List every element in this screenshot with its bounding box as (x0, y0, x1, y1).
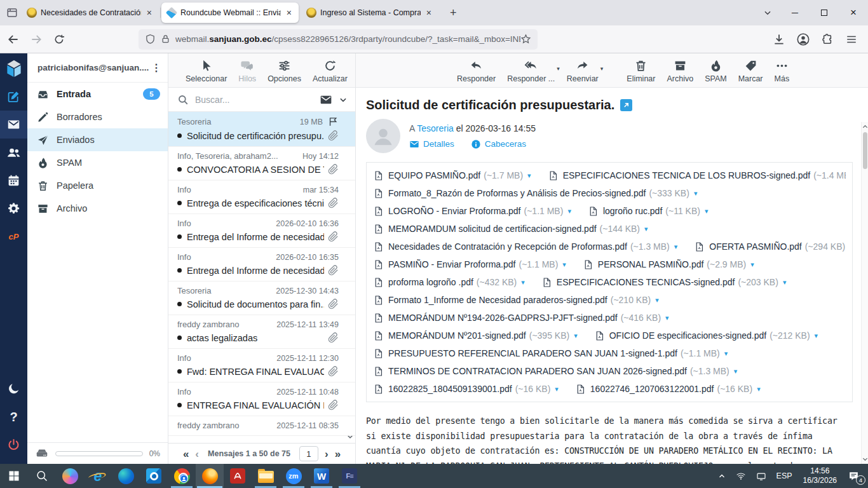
browser-tab-3[interactable]: Ingreso al Sistema - Compras P × (301, 3, 438, 23)
taskbar-outlook[interactable] (140, 464, 168, 488)
tray-show-hidden-chevron-icon[interactable] (714, 464, 730, 488)
tab-list-chevron-icon[interactable] (755, 0, 780, 25)
taskbar-fes-app[interactable]: F≡ (336, 464, 363, 488)
content-scrollbar[interactable] (861, 122, 868, 464)
attachment[interactable]: OFERTA PASMIÑO.pdf(~294 KB)▾ (694, 241, 846, 252)
first-page-button[interactable]: « (183, 449, 189, 459)
spam-button[interactable]: SPAM (699, 59, 733, 83)
extensions-puzzle-icon[interactable] (817, 29, 837, 50)
language-indicator[interactable]: ESP (772, 464, 797, 488)
tab-close-icon[interactable]: × (285, 8, 294, 18)
attachment-menu-caret[interactable]: ▾ (574, 332, 578, 340)
tab-close-icon[interactable]: × (424, 8, 433, 18)
taskbar-word[interactable]: W (308, 464, 336, 488)
attachment-menu-caret[interactable]: ▾ (674, 243, 678, 251)
account-menu-kebab-icon[interactable]: ⋮ (151, 62, 161, 74)
threads-button[interactable]: Hilos (233, 59, 262, 83)
browser-tab-2-active[interactable]: Roundcube Webmail :: Enviados × (161, 3, 299, 23)
message-row[interactable]: Info2025-12-11 10:48ENTREGA FINAL EVALUA… (168, 383, 355, 416)
dark-mode-moon-icon[interactable] (0, 375, 27, 403)
search-options-chevron-icon[interactable] (339, 95, 348, 104)
taskbar-copilot[interactable] (56, 464, 84, 488)
attachment-menu-caret[interactable]: ▾ (521, 278, 525, 287)
forward-button[interactable] (27, 30, 46, 49)
taskbar-firefox[interactable] (196, 464, 224, 488)
logout-power-icon[interactable] (0, 431, 27, 459)
forward-button[interactable]: Reenviar (561, 59, 604, 83)
folder-archive[interactable]: Archivo (27, 197, 168, 220)
taskbar-acrobat[interactable] (224, 464, 252, 488)
recipient-link[interactable]: Tesoreria (417, 123, 454, 133)
attachment-menu-caret[interactable]: ▾ (655, 296, 659, 304)
attachment[interactable]: MEMORÁNDUM Nº194-2026-GADPRSJ-PJFT-signe… (373, 313, 669, 323)
attachment-menu-caret[interactable]: ▾ (815, 332, 818, 340)
attachment[interactable]: LOGROÑO - Enviar Proforma.pdf(~1.1 MB)▾ (373, 206, 571, 217)
attachment[interactable]: 16022746_1207063122001.pdf(~16 KB)▾ (575, 384, 761, 395)
next-page-button[interactable]: › (325, 449, 329, 459)
browser-tab-1[interactable]: Necesidades de Contratación y × (22, 3, 159, 23)
menu-hamburger-icon[interactable] (841, 29, 862, 50)
message-row[interactable]: Infomar 15:34Entrega de especificaciones… (168, 180, 355, 214)
attachment-menu-caret[interactable]: ▾ (694, 189, 698, 198)
folder-sent[interactable]: Enviados (27, 128, 168, 151)
shield-icon[interactable] (145, 34, 156, 44)
attachment[interactable]: Formato 1_Informe de Necesidad paraderos… (373, 295, 659, 306)
search-scope-envelope-icon[interactable] (320, 93, 332, 106)
message-row[interactable]: freddy zambrano2025-12-11 13:49actas leg… (168, 315, 355, 349)
attachment[interactable]: Formato_8_Razón de Proformas y Análisis … (373, 188, 697, 199)
open-in-new-window-icon[interactable] (620, 99, 632, 111)
attachment[interactable]: proforma logroño .pdf(~432 KB)▾ (373, 277, 525, 288)
attachment-menu-caret[interactable]: ▾ (724, 349, 728, 358)
page-number-input[interactable]: 1 (299, 446, 318, 461)
new-tab-button[interactable]: + (445, 5, 462, 21)
attachment-menu-caret[interactable]: ▾ (734, 367, 738, 376)
prev-page-button[interactable]: ‹ (195, 449, 199, 459)
options-button[interactable]: Opciones (262, 59, 307, 83)
downloads-icon[interactable] (769, 29, 789, 50)
contacts-nav-icon[interactable] (0, 139, 27, 166)
window-close-button[interactable]: × (839, 0, 868, 25)
account-header[interactable]: patriciabonifas@sanjuan.... ⋮ (27, 53, 168, 83)
taskbar-clock[interactable]: 14:56 16/3/2026 (798, 466, 842, 485)
attachment[interactable]: ESPECIFICACIONES TECNICAS-signed.pdf(~20… (541, 277, 787, 288)
attachment-menu-caret[interactable]: ▾ (567, 207, 571, 215)
window-restore-button[interactable] (810, 0, 839, 25)
taskbar-internet-explorer[interactable]: e (84, 464, 112, 488)
message-row[interactable]: freddy zambrano2025-12-11 08:35 (168, 416, 355, 436)
taskbar-zoom[interactable]: zm (280, 464, 308, 488)
last-page-button[interactable]: » (335, 449, 341, 459)
taskbar-search[interactable] (28, 464, 56, 488)
attachment-menu-caret[interactable]: ▾ (665, 314, 669, 322)
attachment-menu-caret[interactable]: ▾ (705, 207, 709, 215)
cpanel-icon[interactable]: cP (0, 222, 27, 250)
attachment-menu-caret[interactable]: ▾ (750, 261, 754, 269)
attachment[interactable]: ESPECIFICACIONES TECNICA DE LOS RUBROS-s… (548, 170, 846, 181)
details-toggle[interactable]: Detalles (409, 139, 454, 149)
attachment[interactable]: PASMIÑO - Enviar Proforma.pdf(~1.1 MB)▾ (373, 259, 566, 270)
settings-gear-icon[interactable] (0, 194, 27, 222)
forward-menu-caret[interactable]: ▾ (600, 65, 604, 72)
flag-icon[interactable] (328, 116, 339, 127)
reply-all-menu-caret[interactable]: ▾ (557, 65, 560, 72)
search-input[interactable] (195, 95, 320, 105)
help-icon[interactable]: ? (0, 403, 27, 431)
account-icon[interactable] (793, 29, 813, 50)
scrollbar-thumb[interactable] (863, 132, 867, 169)
mail-nav-icon[interactable] (0, 111, 27, 139)
attachment[interactable]: PERSONAL PASMIÑO.pdf(~2.9 MB)▾ (583, 259, 754, 270)
attachment-menu-caret[interactable]: ▾ (527, 172, 531, 180)
message-row[interactable]: Info2025-12-11 12:30Fwd: ENTREGA FINAL E… (168, 349, 355, 383)
attachment-menu-caret[interactable]: ▾ (783, 278, 787, 287)
attachment[interactable]: TERMINOS DE CONTRATACION PARADERO SAN JU… (373, 366, 737, 377)
reply-button[interactable]: Responder (451, 59, 501, 83)
bookmark-star-icon[interactable] (520, 34, 531, 44)
folder-trash[interactable]: Papelera (27, 174, 168, 197)
reload-button[interactable] (50, 30, 69, 49)
attachment[interactable]: Necesidades de Contratación y Recepción … (373, 241, 677, 252)
attachment-menu-caret[interactable]: ▾ (644, 225, 648, 233)
attachment[interactable]: logroño ruc.pdf(~11 KB)▾ (588, 206, 709, 217)
lock-icon[interactable] (161, 34, 170, 44)
url-bar[interactable]: webmail.sanjuan.gob.ec/cpsess8228965126/… (139, 29, 538, 50)
taskbar-edge[interactable] (112, 464, 140, 488)
scroll-down-icon[interactable] (862, 456, 868, 463)
